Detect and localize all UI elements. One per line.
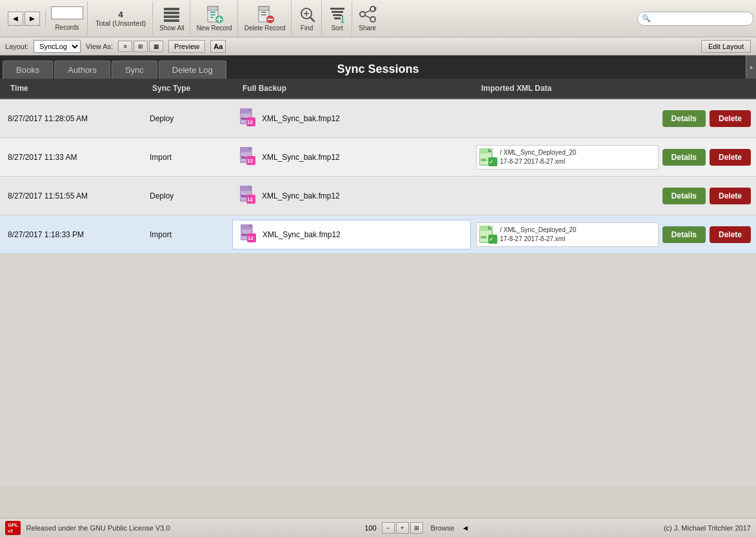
edit-layout-button[interactable]: Edit Layout (701, 40, 751, 53)
tab-sync[interactable]: Sync (112, 61, 157, 79)
new-record-icon (205, 5, 223, 23)
svg-rect-8 (210, 14, 215, 15)
svg-text:XML: XML (481, 158, 488, 162)
layout-select[interactable]: SyncLog (34, 40, 81, 53)
details-button-4[interactable]: Details (662, 226, 706, 243)
tab-authors-label: Authors (68, 65, 97, 75)
svg-rect-7 (210, 12, 215, 13)
tabs-bar: Books Authors Sync Delete Log Sync Sessi… (0, 55, 756, 79)
file-icon-3: fmp 12 (240, 186, 258, 206)
file-name-4: XML_Sync_bak.fmp12 (263, 230, 341, 239)
cell-full-backup-3: fmp 12 XML_Sync_bak.fmp12 (232, 182, 471, 210)
delete-record-icon (256, 5, 274, 23)
search-icon: 🔍 (642, 14, 651, 23)
toolbar: ◀ ▶ 4 Records 4 Total (Unsorted) Show Al… (0, 0, 756, 37)
view-buttons: ≡ ⊞ ▦ (118, 41, 163, 52)
browse-label: Browse (431, 524, 455, 532)
share-button[interactable]: Share (353, 1, 382, 35)
find-label: Find (301, 24, 313, 32)
footer-nav-buttons: − + ⊞ (382, 522, 423, 534)
layout-bar: Layout: SyncLog View As: ≡ ⊞ ▦ Preview A… (0, 37, 756, 55)
show-all-label: Show All (159, 24, 184, 32)
cell-sync-type-2: Import (142, 149, 232, 166)
sort-button[interactable]: Sort (323, 1, 352, 35)
details-button-1[interactable]: Details (662, 110, 706, 127)
preview-button[interactable]: Preview (168, 40, 205, 53)
footer: GPL v3 Released under the GNU Public Lic… (0, 518, 756, 537)
delete-button-4[interactable]: Delete (710, 226, 751, 243)
tab-sync-label: Sync (125, 65, 144, 75)
details-button-2[interactable]: Details (662, 149, 706, 166)
cell-actions-2: XML ✓ / XML_Sync_Deployed_2017-8-27 2017… (471, 141, 756, 173)
footer-expand-button[interactable]: ⊞ (410, 522, 423, 534)
table-header: Time Sync Type Full Backup Imported XML … (0, 79, 756, 99)
cell-imported-4: XML ✓ / XML_Sync_Deployed_2017-8-27 2017… (476, 222, 659, 247)
new-record-button[interactable]: New Record (192, 1, 238, 35)
total-count: 4 (119, 10, 123, 19)
cell-sync-type-3: Deploy (142, 188, 232, 204)
share-label: Share (359, 24, 376, 32)
show-all-icon (163, 5, 181, 23)
delete-button-2[interactable]: Delete (710, 149, 751, 166)
svg-point-30 (360, 12, 365, 17)
search-input[interactable] (653, 15, 749, 23)
svg-rect-2 (164, 15, 179, 18)
license-text: Released under the GNU Public License V3… (26, 524, 170, 532)
footer-plus-button[interactable]: + (396, 522, 409, 534)
tab-books[interactable]: Books (3, 61, 53, 79)
delete-button-1[interactable]: Delete (710, 110, 751, 127)
grid-view-button[interactable]: ⊞ (134, 41, 148, 52)
svg-text:12: 12 (247, 197, 253, 202)
details-button-3[interactable]: Details (662, 188, 706, 204)
svg-rect-24 (332, 11, 343, 13)
total-sublabel: Total (Unsorted) (95, 19, 146, 27)
table-row: 8/27/2017 11:51:55 AM Deploy fmp 12 XML_… (0, 177, 756, 215)
header-time: Time (5, 81, 147, 95)
find-button[interactable]: Find (293, 1, 322, 35)
delete-record-label: Delete Record (244, 24, 286, 32)
footer-scroll-left[interactable]: ◀ (462, 523, 469, 532)
footer-minus-button[interactable]: − (382, 522, 395, 534)
page-title: Sync Sessions (337, 63, 419, 76)
nav-back-button[interactable]: ◀ (8, 12, 23, 26)
delete-button-3[interactable]: Delete (710, 188, 751, 204)
svg-text:12: 12 (247, 119, 253, 125)
svg-line-32 (365, 10, 370, 13)
scrollbar-indicator: ▲ (746, 55, 756, 79)
svg-text:XML: XML (481, 235, 488, 239)
show-all-button[interactable]: Show All (154, 1, 190, 35)
file-icon-1: fmp 12 (240, 108, 258, 129)
font-button[interactable]: Aa (210, 40, 226, 53)
file-name-1: XML_Sync_bak.fmp12 (262, 114, 340, 123)
records-label: Records (55, 24, 79, 31)
zoom-level: 100 (364, 524, 376, 532)
tab-delete-log-label: Delete Log (172, 65, 213, 75)
svg-rect-5 (208, 6, 218, 10)
delete-record-button[interactable]: Delete Record (239, 1, 292, 35)
cell-time-2: 8/27/2017 11:33 AM (0, 149, 142, 166)
header-imported-xml: Imported XML Data (476, 81, 751, 95)
svg-rect-14 (259, 6, 269, 10)
view-as-label: View As: (86, 43, 113, 50)
svg-text:12: 12 (248, 235, 254, 241)
cell-sync-type-1: Deploy (142, 110, 232, 127)
gpl-version: v3 (8, 529, 13, 533)
svg-text:✓: ✓ (489, 237, 493, 242)
table-view-button[interactable]: ▦ (149, 41, 163, 52)
tab-books-label: Books (16, 65, 39, 75)
svg-rect-3 (164, 19, 179, 22)
tab-authors[interactable]: Authors (54, 61, 110, 79)
find-icon (298, 5, 316, 23)
total-section: 4 Total (Unsorted) (89, 1, 153, 35)
file-icon-4: fmp 12 (241, 224, 259, 245)
list-view-button[interactable]: ≡ (118, 41, 132, 52)
table-row: 8/27/2017 1:18:33 PM Import fmp 12 XML_S… (0, 215, 756, 254)
new-record-label: New Record (197, 24, 232, 32)
svg-line-33 (365, 15, 370, 18)
cell-time-3: 8/27/2017 11:51:55 AM (0, 188, 142, 204)
nav-forward-button[interactable]: ▶ (25, 12, 40, 26)
tab-delete-log[interactable]: Delete Log (159, 61, 226, 79)
record-number-input[interactable]: 4 (51, 6, 83, 19)
search-box[interactable]: 🔍 (637, 12, 753, 26)
svg-text:✓: ✓ (489, 159, 493, 165)
